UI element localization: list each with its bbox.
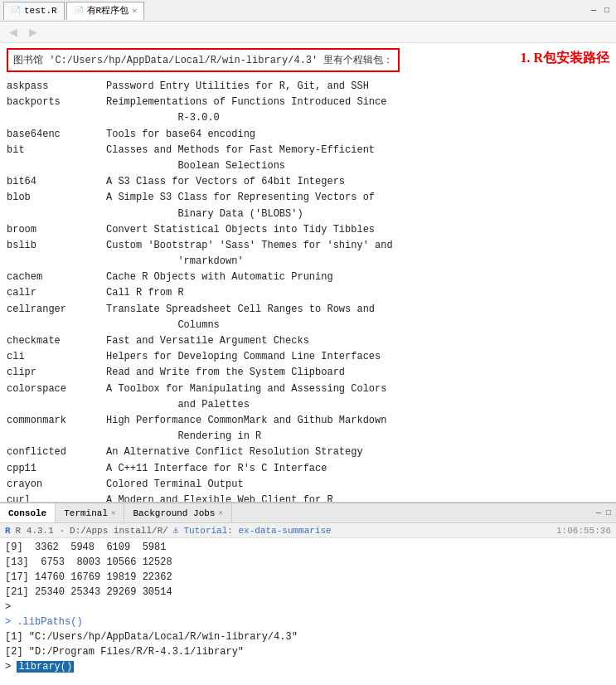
minimize-button[interactable]: — <box>588 5 599 17</box>
bg-jobs-tab-label: Background Jobs <box>133 508 215 518</box>
tutorial-label: Tutorial: ex-data-summarise <box>183 526 331 536</box>
pkg-desc: Fast and Versatile Argument Checks <box>106 333 609 349</box>
r-path-label: D:/Apps install/R/ <box>70 526 168 536</box>
pkg-name: checkmate <box>7 333 106 349</box>
pkg-name: backports <box>7 95 106 126</box>
pkg-name: bit64 <box>7 174 106 190</box>
pkg-name: commonmark <box>7 413 106 445</box>
library-cmd-highlight: library() <box>17 661 74 673</box>
pkg-name: curl <box>7 493 106 503</box>
panel-window-controls: — □ <box>594 508 616 517</box>
pkg-desc: Translate Spreadsheet Cell Ranges to Row… <box>106 302 609 333</box>
console-line: [9] 3362 5948 6109 5981 <box>5 540 611 555</box>
pkg-desc: Classes and Methods for Fast Memory-Effi… <box>106 143 609 174</box>
list-item: callr Call R from R <box>7 285 609 301</box>
console-tab-label: Console <box>8 508 46 518</box>
console-prompt-line: > library() <box>5 659 611 674</box>
list-item: broom Convert Statistical Objects into T… <box>7 222 609 238</box>
forward-button[interactable]: ▶ <box>25 24 41 41</box>
list-item: conflicted An Alternative Conflict Resol… <box>7 445 609 460</box>
list-item: checkmate Fast and Versatile Argument Ch… <box>7 333 609 349</box>
pkg-desc: Call R from R <box>106 285 609 301</box>
list-item: cellranger Translate Spreadsheet Cell Ra… <box>7 302 609 333</box>
pkg-desc: Reimplementations of Functions Introduce… <box>106 95 609 126</box>
list-item: backports Reimplementations of Functions… <box>7 95 609 126</box>
panel-tab-bar: Console Terminal ✕ Background Jobs ✕ — □ <box>0 503 616 523</box>
pkg-name: cpp11 <box>7 461 106 477</box>
list-item: bit Classes and Methods for Fast Memory-… <box>7 143 609 174</box>
console-line: [2] "D:/Program Files/R/R-4.3.1/library" <box>5 644 611 659</box>
list-item: bit64 A S3 Class for Vectors of 64bit In… <box>7 174 609 190</box>
pkg-desc: Convert Statistical Objects into Tidy Ti… <box>106 222 609 238</box>
pkg-name: askpass <box>7 79 106 95</box>
pkg-name: callr <box>7 285 106 301</box>
tab-label-2: 有R程序包 <box>87 4 129 17</box>
console-line: [21] 25340 25343 29269 30514 <box>5 585 611 600</box>
annotation-label: 1. R包安装路径 <box>520 50 609 67</box>
pkg-name: colorspace <box>7 381 106 413</box>
pkg-name: bslib <box>7 238 106 270</box>
pkg-name: conflicted <box>7 445 106 460</box>
info-box: 图书馆 'C:/Users/hp/AppData/Local/R/win-lib… <box>7 48 400 72</box>
pkg-desc: An Alternative Conflict Resolution Strat… <box>106 445 609 460</box>
list-item: clipr Read and Write from the System Cli… <box>7 365 609 381</box>
pkg-desc: A Modern and Flexible Web Client for R <box>106 493 609 503</box>
toolbar: ◀ ▶ <box>0 22 616 43</box>
pkg-name: cli <box>7 349 106 365</box>
title-bar: 📄 test.R 📄 有R程序包 ✕ — □ <box>0 0 616 22</box>
bg-jobs-close-icon[interactable]: ✕ <box>218 508 222 517</box>
pkg-desc: Cache R Objects with Automatic Pruning <box>106 270 609 285</box>
terminal-close-icon[interactable]: ✕ <box>111 508 115 517</box>
terminal-tab-label: Terminal <box>64 508 108 518</box>
list-item: cachem Cache R Objects with Automatic Pr… <box>7 270 609 285</box>
tab-terminal[interactable]: Terminal ✕ <box>56 503 124 522</box>
pkg-desc: Helpers for Developing Command Line Inte… <box>106 349 609 365</box>
pkg-desc: A Simple S3 Class for Representing Vecto… <box>106 190 609 221</box>
pkg-desc: Read and Write from the System Clipboard <box>106 365 609 381</box>
pkg-desc: Tools for base64 encoding <box>106 127 609 143</box>
maximize-button[interactable]: □ <box>601 5 613 17</box>
console-output[interactable]: [9] 3362 5948 6109 5981 [13] 6753 8003 1… <box>0 538 616 685</box>
list-item: askpass Password Entry Utilities for R, … <box>7 79 609 95</box>
list-item: bslib Custom 'Bootstrap' 'Sass' Themes f… <box>7 238 609 270</box>
console-header: R R 4.3.1 · D:/Apps install/R/ ⚓ Tutoria… <box>0 523 616 538</box>
pkg-desc: High Performance CommonMark and Github M… <box>106 413 609 445</box>
tab-background-jobs[interactable]: Background Jobs ✕ <box>124 503 231 522</box>
pkg-name: cellranger <box>7 302 106 333</box>
file-icon-2: 📄 <box>74 6 84 16</box>
r-indicator: R <box>5 526 11 536</box>
pkg-desc: Password Entry Utilities for R, Git, and… <box>106 79 609 95</box>
panel-maximize-button[interactable]: □ <box>604 508 613 517</box>
tab-test-r[interactable]: 📄 test.R <box>3 2 65 20</box>
console-input-line: > .libPaths() <box>5 615 611 629</box>
list-item: colorspace A Toolbox for Manipulating an… <box>7 381 609 413</box>
console-line: [1] "C:/Users/hp/AppData/Local/R/win-lib… <box>5 629 611 644</box>
tab-console[interactable]: Console <box>0 503 56 522</box>
pkg-name: cachem <box>7 270 106 285</box>
console-line: [13] 6753 8003 10566 12528 <box>5 555 611 570</box>
console-line: > <box>5 600 611 615</box>
r-path-link-icon[interactable]: ⚓ <box>173 525 179 536</box>
timestamp-label: 1:06:55:36 <box>556 526 611 536</box>
panel-minimize-button[interactable]: — <box>594 508 603 517</box>
file-icon: 📄 <box>11 6 21 16</box>
pkg-desc: Colored Terminal Output <box>106 477 609 493</box>
info-box-text: 图书馆 'C:/Users/hp/AppData/Local/R/win-lib… <box>13 55 393 66</box>
window-controls: — □ <box>588 5 613 17</box>
tab-r-packages[interactable]: 📄 有R程序包 ✕ <box>66 2 145 20</box>
pkg-desc: A C++11 Interface for R's C Interface <box>106 461 609 477</box>
tab-label: test.R <box>24 6 57 16</box>
pkg-name: bit <box>7 143 106 174</box>
list-item: curl A Modern and Flexible Web Client fo… <box>7 493 609 503</box>
back-button[interactable]: ◀ <box>5 24 22 41</box>
list-item: base64enc Tools for base64 encoding <box>7 127 609 143</box>
tab-close-button[interactable]: ✕ <box>132 6 137 16</box>
main-content: 图书馆 'C:/Users/hp/AppData/Local/R/win-lib… <box>0 43 616 503</box>
bottom-panel: Console Terminal ✕ Background Jobs ✕ — □… <box>0 503 616 685</box>
pkg-name: crayon <box>7 477 106 493</box>
list-item: commonmark High Performance CommonMark a… <box>7 413 609 445</box>
console-line: [17] 14760 16769 19819 22362 <box>5 570 611 585</box>
r-version-label: R 4.3.1 · <box>16 526 65 536</box>
list-item: cli Helpers for Developing Command Line … <box>7 349 609 365</box>
pkg-name: clipr <box>7 365 106 381</box>
